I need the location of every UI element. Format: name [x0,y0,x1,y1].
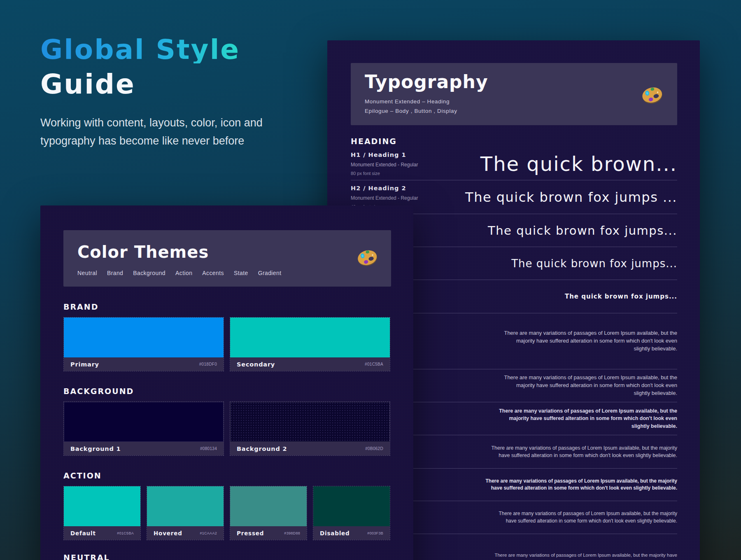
section-label-neutral: NEUTRAL [63,553,390,560]
swatch-color-area [147,486,224,526]
swatch-name: Background 2 [237,446,287,452]
swatch-card-disabled: Disabled #003F3B [313,486,390,540]
body-paragraph: There are many variations of passages of… [483,444,677,459]
heading-sample-h5: The quick brown fox jumps... [565,293,677,300]
swatch-hex: #398D88 [284,531,300,535]
swatch-card-default: Default #01C5BA [63,486,141,540]
palette-icon [640,83,664,108]
heading-row-name: H2 / Heading 2 [351,185,441,191]
heading-row-labels: H1 / Heading 1 Monument Extended - Regul… [351,152,441,176]
tab-state[interactable]: State [234,270,248,276]
section-label-action: ACTION [63,471,390,482]
swatch-color-area [64,486,140,526]
tab-background[interactable]: Background [133,270,165,276]
swatch-hex: #018DF0 [199,362,217,366]
swatch-hex: #080134 [200,446,217,451]
typography-heading-font-note: Monument Extended – Heading [365,98,664,105]
swatch-color-area [230,486,307,526]
heading-sample-h4: The quick brown fox jumps... [511,257,677,270]
swatch-color-area [64,317,224,357]
swatch-color-area [64,402,224,442]
page-canvas: Global Style Guide Working with content,… [0,0,741,560]
swatch-hex: #01C5BA [365,362,383,366]
swatch-name: Default [70,530,96,537]
color-theme-tabs: Neutral Brand Background Action Accents … [77,270,379,276]
swatch-name: Hovered [154,530,182,537]
tab-gradient[interactable]: Gradient [258,270,282,276]
heading-row-font: Monument Extended - Regular [351,162,441,168]
section-label-background: BACKGROUND [63,387,390,397]
swatch-hex: #0B062D [365,446,383,451]
typography-body-font-note: Epilogue – Body , Button , Display [365,108,664,114]
body-paragraph: There are many variations of passages of… [489,510,677,525]
intro-block: Global Style Guide Working with content,… [40,36,304,150]
color-themes-title: Color Themes [77,243,379,261]
swatch-color-area [230,317,390,357]
section-label-brand: BRAND [63,302,390,313]
swatch-name: Secondary [237,361,275,368]
color-themes-content: BRAND Primary #018DF0 Secondary #01C5BA [63,287,390,560]
heading-sample-h2: The quick brown fox jumps ... [465,189,677,205]
tab-neutral[interactable]: Neutral [77,270,97,276]
swatch-name: Disabled [320,530,350,537]
heading-sample-h3: The quick brown fox jumps... [488,224,677,238]
tab-accents[interactable]: Accents [202,270,224,276]
swatch-card-secondary: Secondary #01C5BA [230,317,390,371]
typography-header: Typography Monument Extended – Heading E… [351,63,677,125]
heading-sample-h1: The quick brown... [480,152,677,175]
body-paragraph: There are many variations of passages of… [496,407,677,429]
swatch-card-background-2: Background 2 #0B062D [230,401,390,456]
typography-title: Typography [365,71,664,92]
tab-action[interactable]: Action [175,270,192,276]
heading-row-h1: H1 / Heading 1 Monument Extended - Regul… [351,147,677,180]
swatch-card-hovered: Hovered #1CAAA2 [147,486,224,540]
palette-icon [356,246,379,271]
heading-section-label: HEADING [351,137,677,147]
heading-row-font: Monument Extended - Regular [351,195,441,201]
color-themes-panel: Color Themes Neutral Brand Background Ac… [40,205,413,560]
color-themes-header: Color Themes Neutral Brand Background Ac… [63,230,391,287]
body-paragraph: There are many variations of passages of… [499,374,677,397]
heading-row-name: H1 / Heading 1 [351,152,441,158]
page-title-gradient: Global Style [40,36,304,63]
action-swatch-grid: Default #01C5BA Hovered #1CAAA2 Pressed [63,486,390,540]
swatch-hex: #003F3B [367,531,383,535]
swatch-card-pressed: Pressed #398D88 [230,486,307,540]
heading-row-size: 80 px font size [351,171,441,176]
swatch-color-area [230,402,390,442]
page-title-white: Guide [40,71,304,98]
swatch-hex: #01C5BA [117,531,134,535]
swatch-hex: #1CAAA2 [200,531,217,535]
page-subtitle: Working with content, layouts, color, ic… [40,114,271,150]
swatch-name: Pressed [237,530,264,537]
tab-brand[interactable]: Brand [107,270,123,276]
brand-swatch-grid: Primary #018DF0 Secondary #01C5BA [63,317,390,371]
swatch-name: Primary [70,361,99,368]
body-paragraph: There are many variations of passages of… [499,329,677,353]
swatch-card-background-1: Background 1 #080134 [63,401,224,456]
swatch-name: Background 1 [70,446,121,452]
body-paragraph: There are many variations of passages of… [484,552,677,560]
swatch-card-primary: Primary #018DF0 [63,317,224,371]
background-swatch-grid: Background 1 #080134 Background 2 #0B062… [63,401,390,456]
swatch-color-area [313,486,390,526]
body-paragraph: There are many variations of passages of… [485,478,677,492]
